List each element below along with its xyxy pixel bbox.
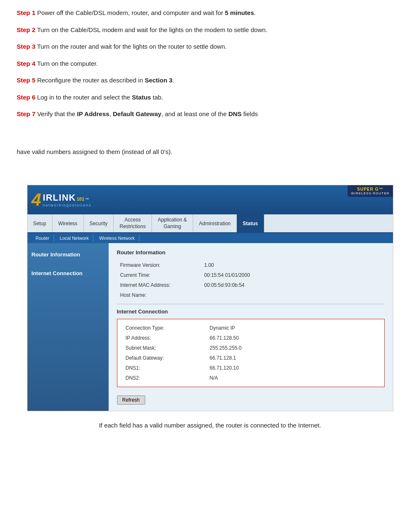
tab-administration[interactable]: Administration bbox=[193, 214, 237, 232]
tab-application-gaming[interactable]: Application &Gaming bbox=[152, 214, 193, 232]
table-row: Current Time: 00:15:54 01/01/2000 bbox=[118, 271, 384, 280]
step3-text: Turn on the router and wait for the ligh… bbox=[37, 43, 227, 50]
step5-line: Step 5 Reconfigure the router as describ… bbox=[17, 76, 403, 85]
mac-address-value: 00:05:5d:93:0b:54 bbox=[202, 281, 384, 290]
step4-line: Step 4 Turn on the computer. bbox=[17, 59, 403, 69]
sidebar-router-info: Router Information bbox=[32, 251, 104, 258]
tab-wireless[interactable]: Wireless bbox=[52, 214, 84, 232]
step2-label: Step 2 bbox=[17, 26, 35, 33]
step4-text: Turn on the computer. bbox=[37, 60, 98, 67]
step2-text: Turn on the Cable/DSL modem and wait for… bbox=[37, 26, 267, 33]
table-row: IP Address: 66.71.128.50 bbox=[123, 333, 378, 343]
spacer2 bbox=[17, 164, 403, 172]
step3-line: Step 3 Turn on the router and wait for t… bbox=[17, 42, 403, 52]
sub-nav-wireless-network[interactable]: Wireless Network bbox=[95, 235, 139, 241]
ip-addr-value: 66.71.128.50 bbox=[207, 333, 378, 343]
table-row: Firmware Version: 1.00 bbox=[118, 261, 384, 270]
step4-label: Step 4 bbox=[17, 60, 35, 67]
step3-label: Step 3 bbox=[17, 43, 35, 50]
host-name-label: Host Name: bbox=[118, 291, 201, 300]
super-g-badge: SUPER G™ WIRELESS ROUTER bbox=[348, 185, 393, 197]
step7-text: Verify that the bbox=[37, 110, 77, 117]
step7-bold-dns: DNS bbox=[229, 110, 242, 117]
divider bbox=[117, 304, 385, 304]
host-name-value bbox=[202, 291, 384, 300]
router-sidebar: Router Information Internet Connection bbox=[27, 243, 109, 411]
router-info-table: Firmware Version: 1.00 Current Time: 00:… bbox=[117, 260, 385, 301]
below-step7-text: have valid numbers assigned to them (ins… bbox=[17, 147, 403, 157]
step7-comma1: , bbox=[109, 110, 113, 117]
router-header: 4 IRLINK 101 ™ networkingsolutions SUPER… bbox=[27, 185, 393, 214]
step1-bold: 5 minutes bbox=[225, 9, 254, 16]
subnet-label: Subnet Mask: bbox=[123, 343, 206, 353]
gateway-value: 66.71.128.1 bbox=[207, 353, 378, 363]
tab-status[interactable]: Status bbox=[237, 214, 264, 232]
tab-access-restrictions[interactable]: AccessRestrictions bbox=[114, 214, 152, 232]
current-time-value: 00:15:54 01/01/2000 bbox=[202, 271, 384, 280]
table-row: DNS2: N/A bbox=[123, 373, 378, 383]
router-screenshot: 4 IRLINK 101 ™ networkingsolutions SUPER… bbox=[27, 185, 393, 411]
step2-line: Step 2 Turn on the Cable/DSL modem and w… bbox=[17, 25, 403, 35]
router-info-title: Router Information bbox=[117, 249, 385, 256]
logo-tm: ™ bbox=[85, 197, 89, 201]
sidebar-internet-conn: Internet Connection bbox=[32, 270, 104, 276]
below-step7: have valid numbers assigned to them (ins… bbox=[17, 148, 172, 155]
table-row: Subnet Mask: 255.255.255.0 bbox=[123, 343, 378, 353]
step5-text: Reconfigure the router as described in bbox=[37, 77, 144, 84]
tab-setup[interactable]: Setup bbox=[27, 214, 52, 232]
step5-bold: Section 3 bbox=[145, 77, 173, 84]
internet-conn-box: Connection Type: Dynamic IP IP Address: … bbox=[117, 319, 385, 387]
router-body: Router Information Internet Connection R… bbox=[27, 243, 393, 411]
step7-line: Step 7 Verify that the IP Address, Defau… bbox=[17, 109, 403, 119]
internet-conn-title: Internet Connection bbox=[117, 308, 385, 315]
router-logo: 4 IRLINK 101 ™ networkingsolutions bbox=[32, 191, 92, 209]
step6-label: Step 6 bbox=[17, 94, 35, 101]
logo-101: 101 bbox=[77, 196, 84, 201]
sub-nav-router[interactable]: Router bbox=[32, 235, 54, 241]
table-row: Connection Type: Dynamic IP bbox=[123, 323, 378, 333]
logo-airlink: IRLINK bbox=[43, 192, 76, 203]
dns1-label: DNS1: bbox=[123, 363, 206, 373]
step1-label: Step 1 bbox=[17, 9, 35, 16]
firmware-label: Firmware Version: bbox=[118, 261, 201, 270]
super-g-subtitle: WIRELESS ROUTER bbox=[351, 191, 389, 195]
step1-after: . bbox=[254, 9, 256, 16]
step6-text: Log in to the router and select the bbox=[37, 94, 132, 101]
table-row: Internet MAC Address: 00:05:5d:93:0b:54 bbox=[118, 281, 384, 290]
step1-line: Step 1 Power off the Cable/DSL modem, ro… bbox=[17, 8, 403, 18]
step7-fields: fields bbox=[241, 110, 258, 117]
table-row: DNS1: 66.71.120.10 bbox=[123, 363, 378, 373]
refresh-button[interactable]: Refresh bbox=[117, 395, 145, 405]
subnet-value: 255.255.255.0 bbox=[207, 343, 378, 353]
bottom-note-text: If each field has a valid number assigne… bbox=[99, 422, 321, 429]
step7-comma2: , and at least one of the bbox=[162, 110, 229, 117]
logo-text: IRLINK 101 ™ networkingsolutions bbox=[43, 192, 92, 207]
networking-solutions: networkingsolutions bbox=[43, 203, 92, 207]
router-main-content: Router Information Firmware Version: 1.0… bbox=[109, 243, 393, 411]
firmware-value: 1.00 bbox=[202, 261, 384, 270]
logo-4-icon: 4 bbox=[32, 191, 41, 209]
step5-after: . bbox=[172, 77, 174, 84]
dns1-value: 66.71.120.10 bbox=[207, 363, 378, 373]
dns2-label: DNS2: bbox=[123, 373, 206, 383]
sub-nav-local-network[interactable]: Local Network bbox=[56, 235, 94, 241]
step5-label: Step 5 bbox=[17, 77, 35, 84]
conn-type-label: Connection Type: bbox=[123, 323, 206, 333]
step7-label: Step 7 bbox=[17, 110, 35, 117]
nav-tabs: Setup Wireless Security AccessRestrictio… bbox=[27, 214, 393, 233]
step6-bold: Status bbox=[132, 94, 151, 101]
tab-security[interactable]: Security bbox=[84, 214, 114, 232]
step6-line: Step 6 Log in to the router and select t… bbox=[17, 93, 403, 102]
step6-after: tab. bbox=[151, 94, 163, 101]
super-g-title: SUPER G™ bbox=[351, 187, 389, 191]
step7-bold-ip: IP Address bbox=[77, 110, 109, 117]
mac-address-label: Internet MAC Address: bbox=[118, 281, 201, 290]
ip-addr-label: IP Address: bbox=[123, 333, 206, 343]
step1-text: Power off the Cable/DSL modem, router, a… bbox=[37, 9, 225, 16]
spacer bbox=[17, 127, 403, 147]
dns2-value: N/A bbox=[207, 373, 378, 383]
gateway-label: Default Gateway: bbox=[123, 353, 206, 363]
internet-conn-table: Connection Type: Dynamic IP IP Address: … bbox=[122, 323, 379, 383]
current-time-label: Current Time: bbox=[118, 271, 201, 280]
conn-type-value: Dynamic IP bbox=[207, 323, 378, 333]
